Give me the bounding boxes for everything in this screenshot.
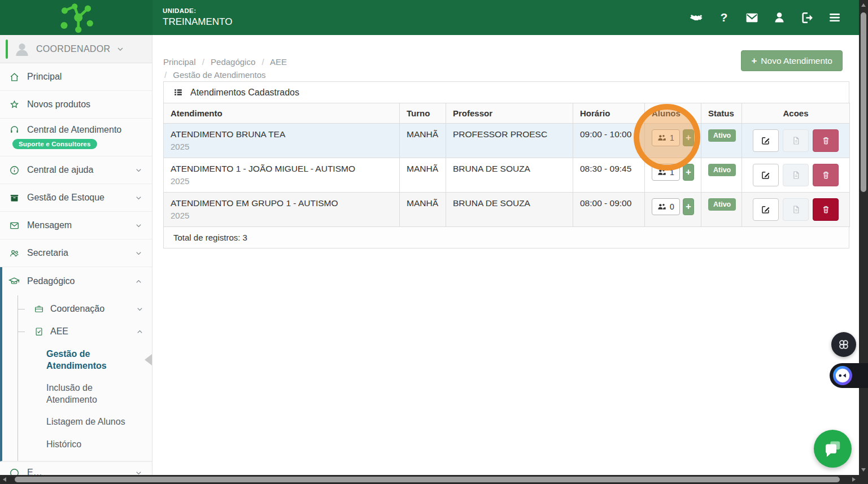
sidebar-item-mensagem[interactable]: Mensagem [0,212,152,239]
cell-turno: MANHÃ [400,124,446,158]
status-badge: Ativo [708,129,736,142]
top-bar-main: UNIDADE: TREINAMENTO ? [152,0,859,35]
sidebar-item-central-atendimento[interactable]: Central de Atendimento Suporte e Consult… [0,119,152,156]
headset-icon [9,124,20,135]
task-list-icon [34,326,44,337]
horizontal-scroll-thumb[interactable] [15,477,840,482]
support-badge: Suporte e Consultores [12,139,97,149]
cell-status: Ativo [701,124,742,158]
trash-icon [821,170,831,180]
alunos-count-button[interactable]: 1 [652,129,680,146]
users-icon [657,134,666,142]
sidebar-item-cutoff[interactable]: E… [0,461,152,475]
alunos-count-button[interactable]: 1 [652,164,680,181]
scroll-down-arrow[interactable] [861,468,866,472]
profile-button[interactable] [772,10,787,25]
breadcrumb-aee[interactable]: AEE [270,57,287,67]
sidebar-item-label: Novos produtos [27,99,90,110]
plus-icon: + [686,132,691,143]
delete-button[interactable] [813,198,839,221]
sidebar-item-label: Histórico [46,439,81,449]
edit-icon [761,204,771,215]
column-horario: Horário [573,103,645,124]
cell-alunos: 1 + [645,124,701,158]
partners-button[interactable] [689,10,704,25]
sidebar-item-novos-produtos[interactable]: Novos produtos [0,91,152,119]
home-icon [9,72,20,82]
sidebar-item-listagem-alunos[interactable]: Listagem de Alunos [18,411,152,433]
table-row: ATENDIMENTO BRUNA TEA 2025 MANHÃ PROFESS… [164,124,850,158]
breadcrumb-principal[interactable]: Principal [163,57,196,67]
breadcrumb-gestao-atendimentos[interactable]: Gestão de Atendimentos [173,70,265,80]
edit-button[interactable] [753,129,779,152]
alunos-count-button[interactable]: 0 [652,198,680,215]
sidebar-item-label: Gestão de Atendimentos [46,349,107,370]
records-total: Total de registros: 3 [163,227,849,248]
sidebar-item-aee[interactable]: AEE [18,320,152,343]
vertical-scroll-thumb[interactable] [861,12,866,192]
add-aluno-button[interactable]: + [683,129,694,146]
circle-icon [9,468,20,475]
delete-button[interactable] [813,164,839,186]
cell-professor: BRUNA DE SOUZA [446,158,573,193]
sidebar-item-secretaria[interactable]: Secretaria [0,239,152,267]
sign-out-icon [800,11,814,25]
chat-widget-button[interactable] [814,430,852,468]
app-window: UNIDADE: TREINAMENTO ? [0,0,868,484]
logout-button[interactable] [800,10,814,25]
question-icon: ? [717,11,731,24]
cell-horario: 08:30 - 09:45 [573,158,645,193]
plus-icon: + [751,55,757,67]
plus-icon: + [686,167,691,178]
brand-logo[interactable] [0,0,152,35]
briefcase-icon [34,304,44,314]
sidebar-item-inclusao-atendimento[interactable]: Inclusão de Atendimento [18,377,152,411]
file-icon [791,170,801,180]
breadcrumb-pedagogico[interactable]: Pedagógico [211,57,255,67]
cell-turno: MANHÃ [400,193,446,227]
atendimento-year: 2025 [171,211,392,220]
add-aluno-button[interactable]: + [683,198,694,215]
sidebar-item-historico[interactable]: Histórico [18,433,152,455]
document-button[interactable] [783,164,809,186]
novo-atendimento-button[interactable]: + Novo Atendimento [741,50,843,71]
edit-button[interactable] [753,198,779,221]
trash-icon [821,204,831,215]
user-role-label: COORDENADOR [36,44,110,54]
sidebar-item-pedagogico[interactable]: Pedagógico [2,267,152,295]
alunos-count: 1 [670,168,674,177]
cell-acoes [742,193,850,227]
menu-button[interactable] [827,10,842,25]
sidebar-item-gestao-estoque[interactable]: Gestão de Estoque [0,184,152,212]
vertical-scrollbar[interactable] [859,0,868,475]
breadcrumb: Principal / Pedagógico / AEE / Gestão de… [163,55,287,81]
sidebar-item-coordenacao[interactable]: Coordenação [18,298,152,320]
sidebar-item-label: Pedagógico [27,276,75,286]
add-aluno-button[interactable]: + [683,164,694,181]
alunos-count: 0 [670,202,674,211]
document-button[interactable] [783,198,809,221]
sidebar-item-central-ajuda[interactable]: Central de ajuda [0,156,152,184]
horizontal-scrollbar[interactable] [0,475,868,484]
resource-center-button[interactable] [831,332,856,357]
edit-button[interactable] [753,164,779,186]
delete-button[interactable] [813,129,839,152]
sidebar-item-principal[interactable]: Principal [0,63,152,91]
assistant-button[interactable] [830,363,868,388]
sidebar-item-gestao-atendimentos[interactable]: Gestão de Atendimentos [18,343,152,377]
document-button[interactable] [783,129,809,152]
user-role-dropdown[interactable]: COORDENADOR [0,35,152,63]
scroll-left-arrow[interactable] [3,477,6,482]
messages-button[interactable] [744,10,759,25]
scroll-right-arrow[interactable] [852,477,856,482]
cell-atendimento: ATENDIMENTO 1 - JOÃO MIGUEL - AUTISMO 20… [164,158,400,193]
sidebar-item-label: Gestão de Estoque [27,193,104,203]
column-status: Status [701,103,742,124]
cell-professor: PROFESSOR PROESC [446,124,573,158]
cell-acoes [742,158,850,193]
scroll-up-arrow[interactable] [861,3,866,7]
file-icon [791,136,801,146]
edit-icon [761,136,771,146]
cell-horario: 08:00 - 09:00 [573,193,645,227]
help-button[interactable]: ? [717,10,731,25]
